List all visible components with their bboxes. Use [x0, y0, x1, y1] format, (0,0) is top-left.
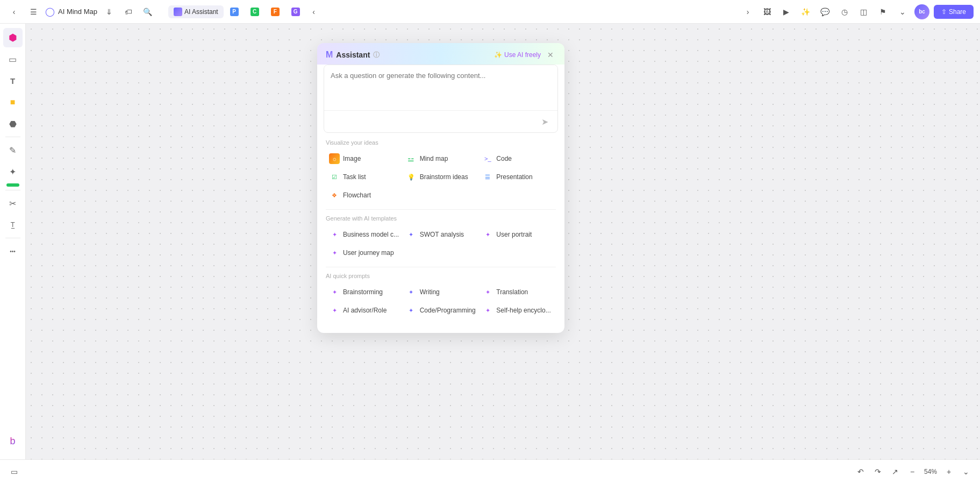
tab-ai-label: AI Assistant — [184, 8, 218, 16]
use-ai-button[interactable]: ✨ Use AI freely — [494, 51, 541, 59]
grid-item-code[interactable]: >_ Code — [479, 151, 556, 166]
translation-label: Translation — [496, 288, 528, 296]
portrait-icon: ✦ — [482, 229, 493, 240]
use-ai-label: Use AI freely — [504, 51, 541, 59]
more-tabs-button[interactable]: ‹ — [306, 4, 321, 19]
tasklist-icon: ☑ — [329, 172, 340, 182]
pointer-icon: ✦ — [9, 167, 16, 177]
mindmap-label: Mind map — [420, 155, 448, 162]
toolbar-left: ‹ ☰ ◯ AI Mind Map ⇓ 🏷 🔍 AI Assistant P C… — [6, 4, 490, 19]
home-icon: ⬢ — [9, 32, 17, 44]
chat-button[interactable]: 💬 — [818, 4, 833, 19]
tab-p[interactable]: P — [225, 5, 244, 18]
tab-c[interactable]: C — [245, 5, 264, 18]
download-button[interactable]: ⇓ — [102, 4, 117, 19]
top-toolbar: ‹ ☰ ◯ AI Mind Map ⇓ 🏷 🔍 AI Assistant P C… — [0, 0, 980, 24]
grid-item-portrait[interactable]: ✦ User portrait — [479, 227, 556, 242]
grid-item-flowchart[interactable]: ❖ Flowchart — [326, 188, 403, 203]
image-button[interactable]: 🖼 — [760, 4, 775, 19]
ai-input-field[interactable] — [324, 65, 557, 108]
pen-icon: ✎ — [9, 145, 16, 155]
brainstorm-label: Brainstorm ideas — [420, 173, 468, 181]
coding-label: Code/Programming — [420, 307, 476, 314]
grid-item-writing[interactable]: ✦ Writing — [403, 285, 480, 300]
sidebar-more-btn[interactable]: ••• — [3, 242, 23, 261]
sparkle-pink-icon: ✨ — [494, 51, 502, 59]
grid-item-coding[interactable]: ✦ Code/Programming — [403, 303, 480, 318]
sidebar-scissors-btn[interactable]: ✂ — [3, 194, 23, 213]
divider-2 — [326, 267, 556, 267]
presentation-icon: ☰ — [482, 172, 493, 182]
send-button[interactable]: ➤ — [537, 114, 552, 129]
grid-item-brainstorm[interactable]: 💡 Brainstorm ideas — [403, 169, 480, 184]
redo-button[interactable]: ↷ — [870, 464, 885, 479]
clock-button[interactable]: ◷ — [837, 4, 852, 19]
grid-item-selfhelp[interactable]: ✦ Self-help encyclo... — [479, 303, 556, 318]
writing-icon: ✦ — [406, 287, 417, 297]
chevron-down-zoom[interactable]: ⌄ — [958, 464, 974, 479]
zoom-out-button[interactable]: − — [905, 464, 920, 479]
share-button[interactable]: ⇧ Share — [934, 5, 974, 19]
grid-item-image[interactable]: ☼ Image — [326, 151, 403, 166]
grid-item-brainstorming[interactable]: ✦ Brainstorming — [326, 285, 403, 300]
panel-header: M Assistant ⓘ ✨ Use AI freely ✕ — [317, 43, 564, 65]
tab-p-icon: P — [230, 8, 239, 16]
sidebar-text-btn[interactable]: T — [3, 71, 23, 90]
table-button[interactable]: ◫ — [856, 4, 871, 19]
mindmap-icon: ⚍ — [406, 153, 417, 164]
journey-icon: ✦ — [329, 247, 340, 258]
grid-item-presentation[interactable]: ☰ Presentation — [479, 169, 556, 184]
grid-item-advisor[interactable]: ✦ AI advisor/Role — [326, 303, 403, 318]
nav-tabs: AI Assistant P C F G ‹ — [168, 4, 321, 19]
flag-button[interactable]: ⚑ — [876, 4, 891, 19]
grid-item-translation[interactable]: ✦ Translation — [479, 285, 556, 300]
sidebar-brand-btn[interactable]: b — [3, 431, 23, 451]
sidebar-divider-3 — [5, 238, 20, 238]
prompts-items-grid: ✦ Brainstorming ✦ Writing ✦ Translation … — [326, 285, 556, 318]
sidebar-pen-btn[interactable]: ✎ — [3, 140, 23, 160]
export-button[interactable]: ▭ — [6, 464, 22, 479]
sparkle-button[interactable]: ✨ — [798, 4, 813, 19]
sidebar-home-btn[interactable]: ⬢ — [3, 28, 23, 47]
panel-close-button[interactable]: ✕ — [545, 49, 556, 60]
text2-icon: T̲ — [11, 221, 15, 229]
sidebar-divider-1 — [5, 137, 20, 137]
swot-label: SWOT analysis — [420, 231, 464, 238]
grid-item-tasklist[interactable]: ☑ Task list — [326, 169, 403, 184]
zoom-in-button[interactable]: + — [941, 464, 956, 479]
sticky-icon: ■ — [10, 97, 16, 107]
ai-panel-content: Visualize your ideas ☼ Image ⚍ Mind map … — [317, 139, 564, 333]
grid-item-mindmap[interactable]: ⚍ Mind map — [403, 151, 480, 166]
undo-button[interactable]: ↶ — [853, 464, 868, 479]
grid-item-journey[interactable]: ✦ User journey map — [326, 245, 403, 260]
sidebar-sticky-btn[interactable]: ■ — [3, 93, 23, 112]
tab-ai-assistant[interactable]: AI Assistant — [168, 5, 224, 18]
code-label: Code — [496, 155, 512, 162]
coding-icon: ✦ — [406, 305, 417, 316]
brand-icon: b — [10, 436, 15, 447]
user-avatar: bc — [914, 4, 929, 19]
zoom-level: 54% — [922, 468, 939, 475]
arrow-diagonal-button[interactable]: ↗ — [888, 464, 903, 479]
back-button[interactable]: ‹ — [6, 4, 22, 19]
arrow-right-button[interactable]: › — [740, 4, 755, 19]
flowchart-icon: ❖ — [329, 190, 340, 201]
sidebar-frame-btn[interactable]: ▭ — [3, 49, 23, 69]
sidebar-shapes-btn[interactable]: ⬣ — [3, 114, 23, 133]
tab-g[interactable]: G — [286, 5, 305, 18]
chevron-down-button[interactable]: ⌄ — [895, 4, 910, 19]
scissors-icon: ✂ — [9, 198, 16, 209]
sidebar-text2-btn[interactable]: T̲ — [3, 215, 23, 235]
menu-button[interactable]: ☰ — [26, 4, 41, 19]
left-sidebar: ⬢ ▭ T ■ ⬣ ✎ ✦ ✂ T̲ ••• b — [0, 24, 26, 459]
templates-section-title: Generate with AI templates — [326, 215, 556, 222]
play-button[interactable]: ▶ — [779, 4, 794, 19]
search-button[interactable]: 🔍 — [140, 4, 155, 19]
brainstorming-icon: ✦ — [329, 287, 340, 297]
grid-item-swot[interactable]: ✦ SWOT analysis — [403, 227, 480, 242]
tab-f[interactable]: F — [266, 5, 285, 18]
ai-assistant-panel: M Assistant ⓘ ✨ Use AI freely ✕ ➤ Visual… — [317, 43, 564, 333]
tag-button[interactable]: 🏷 — [121, 4, 136, 19]
grid-item-business[interactable]: ✦ Business model c... — [326, 227, 403, 242]
sidebar-pointer-btn[interactable]: ✦ — [3, 162, 23, 181]
